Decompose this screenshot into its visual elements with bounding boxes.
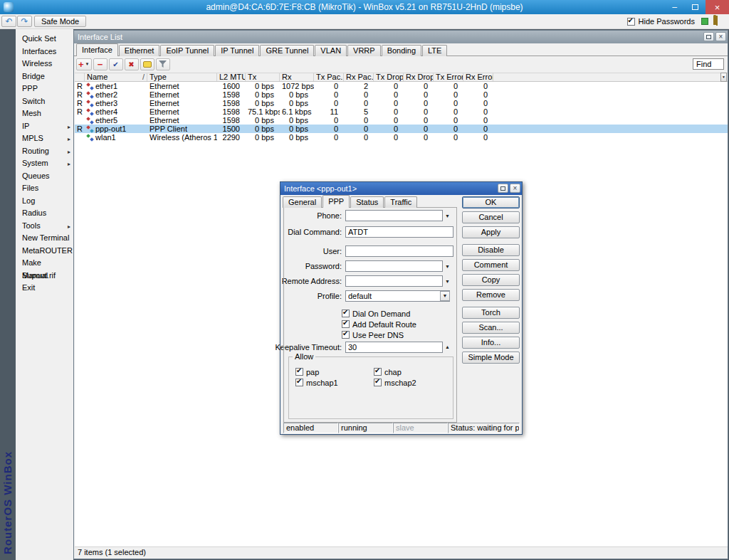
sidebar-item-queues[interactable]: Queues: [16, 170, 73, 183]
tab-vlan[interactable]: VLAN: [315, 45, 347, 56]
sidebar-item-routing[interactable]: Routing▸: [16, 145, 73, 158]
column-selector-button[interactable]: ▼: [720, 73, 727, 82]
column-header-type[interactable]: Type: [147, 73, 217, 81]
tab-vrrp[interactable]: VRRP: [347, 45, 381, 56]
maximize-button[interactable]: [685, 0, 706, 14]
column-header-rx[interactable]: Rx: [280, 73, 314, 81]
sidebar-item-new-terminal[interactable]: New Terminal: [16, 232, 73, 245]
sidebar-item-mesh[interactable]: Mesh: [16, 107, 73, 120]
tab-bonding[interactable]: Bonding: [382, 45, 421, 56]
table-row-ether5[interactable]: ether5Ethernet15980 bps0 bps000000: [75, 116, 728, 125]
tab-status[interactable]: Status: [350, 196, 384, 208]
add-icon: +: [78, 60, 84, 69]
info-button[interactable]: Info...: [462, 337, 520, 349]
table-row-ether4[interactable]: Rether4Ethernet159875.1 kbps6.1 kbps1150…: [75, 107, 728, 116]
sidebar-item-files[interactable]: Files: [16, 182, 73, 195]
add-interface-button[interactable]: + ▼: [76, 58, 92, 70]
column-header-tx-errors[interactable]: Tx Errors: [434, 73, 463, 81]
enable-interface-button[interactable]: ✔: [109, 58, 123, 70]
sidebar-item-switch[interactable]: Switch: [16, 95, 73, 108]
tab-interface[interactable]: Interface: [76, 43, 118, 56]
row-rx-drops: 0: [404, 125, 434, 133]
scan-button[interactable]: Scan...: [462, 322, 520, 334]
row-rx-pac: 2: [344, 82, 374, 90]
disable-button[interactable]: Disable: [462, 244, 520, 256]
simple-mode-button[interactable]: Simple Mode: [462, 352, 520, 364]
tab-traffic[interactable]: Traffic: [384, 196, 417, 208]
interface-list-close-button[interactable]: ×: [715, 32, 726, 41]
sidebar-item-radius[interactable]: Radius: [16, 207, 73, 220]
sidebar-item-make-supout-rif[interactable]: Make Supout.rif: [16, 257, 73, 270]
find-input[interactable]: Find: [693, 58, 724, 70]
sidebar-item-bridge[interactable]: Bridge: [16, 70, 73, 83]
remove-icon: −: [98, 60, 103, 69]
column-header-flags[interactable]: [75, 73, 85, 81]
minimize-button[interactable]: –: [664, 0, 685, 14]
sidebar: Quick SetInterfacesWirelessBridgePPPSwit…: [16, 29, 73, 560]
tab-general[interactable]: General: [283, 196, 322, 208]
row-name-cell: ether1: [85, 82, 147, 90]
column-header-tx[interactable]: Tx: [246, 73, 280, 81]
tab-ip-tunnel[interactable]: IP Tunnel: [215, 45, 259, 56]
row-filler: [493, 82, 728, 90]
table-row-ether3[interactable]: Rether3Ethernet15980 bps0 bps000000: [75, 99, 728, 107]
column-header-rx-errors[interactable]: Rx Errors: [463, 73, 493, 81]
titlebar: admin@D4:CA:6D:7E:F8:CB (MikroTik) - Win…: [0, 0, 729, 14]
ok-button[interactable]: OK: [462, 196, 520, 208]
tab-ethernet[interactable]: Ethernet: [119, 45, 160, 56]
sidebar-item-wireless[interactable]: Wireless: [16, 58, 73, 70]
sidebar-item-system[interactable]: System▸: [16, 157, 73, 170]
sidebar-item-log[interactable]: Log: [16, 195, 73, 208]
row-rx-errors: 0: [463, 133, 493, 142]
table-row-wlan1[interactable]: wlan1Wireless (Atheros 11N)22900 bps0 bp…: [75, 133, 728, 142]
row-rx-errors: 0: [463, 116, 493, 125]
comment-button[interactable]: [140, 58, 154, 70]
apply-button[interactable]: Apply: [462, 226, 520, 238]
ppp-dialog-restore-button[interactable]: [498, 184, 508, 193]
tab-lte[interactable]: LTE: [422, 45, 447, 56]
copy-button[interactable]: Copy: [462, 274, 520, 286]
column-header-tx-drops[interactable]: Tx Drops: [374, 73, 404, 81]
row-tx: 0 bps: [246, 99, 280, 107]
tab-eoip-tunnel[interactable]: EoIP Tunnel: [160, 45, 214, 56]
sidebar-item-metarouter[interactable]: MetaROUTER: [16, 245, 73, 258]
column-header-name[interactable]: Name/: [85, 73, 147, 81]
torch-button[interactable]: Torch: [462, 307, 520, 319]
interface-list-titlebar[interactable]: Interface List ×: [74, 31, 728, 43]
hide-passwords-checkbox[interactable]: ✔: [627, 18, 635, 26]
ppp-dialog-window-controls: ×: [498, 184, 520, 193]
column-header-tx-pac[interactable]: Tx Pac...: [314, 73, 344, 81]
ppp-dialog-titlebar[interactable]: Interface <ppp-out1> ×: [280, 182, 522, 195]
row-rx: 0 bps: [280, 133, 314, 142]
safe-mode-button[interactable]: Safe Mode: [34, 16, 86, 27]
row-tx-drops: 0: [374, 133, 404, 142]
sidebar-item-quick-set[interactable]: Quick Set: [16, 33, 73, 46]
interface-list-restore-button[interactable]: [703, 32, 714, 41]
sidebar-item-interfaces[interactable]: Interfaces: [16, 46, 73, 58]
table-row-ether1[interactable]: Rether1Ethernet16000 bps1072 bps020000: [75, 82, 728, 90]
sidebar-item-exit[interactable]: Exit: [16, 282, 73, 295]
comment-button[interactable]: Comment: [462, 259, 520, 271]
forward-button[interactable]: ↷: [17, 16, 32, 27]
column-header-rx-drops[interactable]: Rx Drops: [404, 73, 434, 81]
sidebar-item-tools[interactable]: Tools▸: [16, 220, 73, 233]
tab-gre-tunnel[interactable]: GRE Tunnel: [260, 45, 314, 56]
filter-button[interactable]: [156, 58, 170, 70]
disable-interface-button[interactable]: ✖: [125, 58, 139, 70]
cancel-button[interactable]: Cancel: [462, 211, 520, 223]
remove-button[interactable]: Remove: [462, 289, 520, 301]
close-button[interactable]: ×: [706, 0, 729, 14]
back-button[interactable]: ↶: [1, 16, 16, 27]
sidebar-item-manual[interactable]: Manual: [16, 270, 73, 282]
tab-ppp[interactable]: PPP: [322, 195, 350, 208]
column-header-l2-mtu[interactable]: L2 MTU: [217, 73, 246, 81]
ppp-dialog-close-button[interactable]: ×: [510, 184, 520, 193]
table-row-ppp-out1[interactable]: Rppp-out1PPP Client15000 bps0 bps000000: [75, 125, 728, 133]
sidebar-item-mpls[interactable]: MPLS▸: [16, 132, 73, 145]
sidebar-item-ip[interactable]: IP▸: [16, 120, 73, 133]
sidebar-item-ppp[interactable]: PPP: [16, 83, 73, 95]
column-header-rx-pac[interactable]: Rx Pac...: [344, 73, 374, 81]
remove-interface-button[interactable]: −: [93, 58, 107, 70]
table-row-ether2[interactable]: Rether2Ethernet15980 bps0 bps000000: [75, 90, 728, 99]
row-filler: [493, 90, 728, 99]
